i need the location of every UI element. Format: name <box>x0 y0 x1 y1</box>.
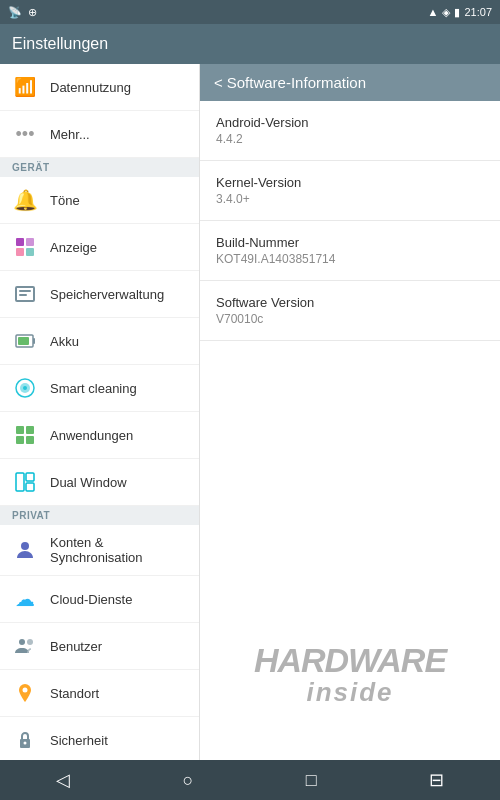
status-left-icons: 📡 ⊕ <box>8 6 37 19</box>
right-panel: < Software-Information Android-Version 4… <box>200 64 500 760</box>
sidebar-item-datennutzung[interactable]: 📶 Datennutzung <box>0 64 199 111</box>
sidebar-item-sicherheit[interactable]: Sicherheit <box>0 717 199 760</box>
action-bar: Einstellungen <box>0 24 500 64</box>
sidebar-item-cloud[interactable]: ☁ Cloud-Dienste <box>0 576 199 623</box>
software-version-value: V70010c <box>216 312 484 326</box>
sidebar-item-speicher[interactable]: Speicherverwaltung <box>0 271 199 318</box>
build-nummer-value: KOT49I.A1403851714 <box>216 252 484 266</box>
standort-icon <box>12 680 38 706</box>
wifi-icon: ⊕ <box>28 6 37 19</box>
svg-rect-13 <box>16 426 24 434</box>
sicherheit-label: Sicherheit <box>50 733 187 748</box>
svg-rect-2 <box>16 248 24 256</box>
svg-rect-8 <box>33 338 35 344</box>
benutzer-label: Benutzer <box>50 639 187 654</box>
cloud-icon: ☁ <box>12 586 38 612</box>
battery-icon: ▮ <box>454 6 460 19</box>
sidebar-item-benutzer[interactable]: Benutzer <box>0 623 199 670</box>
section-header-privat: PRIVAT <box>0 506 199 525</box>
svg-rect-19 <box>26 483 34 491</box>
antenna-icon: 📡 <box>8 6 22 19</box>
kernel-version-label: Kernel-Version <box>216 175 484 190</box>
svg-rect-15 <box>16 436 24 444</box>
anwendungen-label: Anwendungen <box>50 428 187 443</box>
svg-point-20 <box>21 542 29 550</box>
benutzer-icon <box>12 633 38 659</box>
android-version-label: Android-Version <box>216 115 484 130</box>
datennutzung-label: Datennutzung <box>50 80 187 95</box>
info-item-build: Build-Nummer KOT49I.A1403851714 <box>200 221 500 281</box>
dual-window-label: Dual Window <box>50 475 187 490</box>
sidebar-item-toene[interactable]: 🔔 Töne <box>0 177 199 224</box>
sidebar-item-dual-window[interactable]: Dual Window <box>0 459 199 506</box>
watermark-line1: hardware <box>254 643 446 677</box>
anwendungen-icon <box>12 422 38 448</box>
status-bar: 📡 ⊕ ▲ ◈ ▮ 21:07 <box>0 0 500 24</box>
svg-rect-5 <box>19 290 31 292</box>
svg-point-25 <box>24 742 27 745</box>
standort-label: Standort <box>50 686 187 701</box>
info-item-software: Software Version V70010c <box>200 281 500 341</box>
toene-label: Töne <box>50 193 187 208</box>
section-header-geraet: GERÄT <box>0 158 199 177</box>
sidebar-item-anzeige[interactable]: Anzeige <box>0 224 199 271</box>
anzeige-label: Anzeige <box>50 240 187 255</box>
build-nummer-label: Build-Nummer <box>216 235 484 250</box>
smart-cleaning-icon <box>12 375 38 401</box>
svg-rect-6 <box>19 294 27 296</box>
mehr-icon: ••• <box>12 121 38 147</box>
dual-window-icon <box>12 469 38 495</box>
kernel-version-value: 3.4.0+ <box>216 192 484 206</box>
anzeige-icon <box>12 234 38 260</box>
smart-cleaning-label: Smart cleaning <box>50 381 187 396</box>
svg-rect-1 <box>26 238 34 246</box>
svg-point-21 <box>19 639 25 645</box>
panel-back-button[interactable]: < <box>214 74 223 91</box>
speicher-icon <box>12 281 38 307</box>
svg-rect-3 <box>26 248 34 256</box>
mehr-label: Mehr... <box>50 127 187 142</box>
info-item-android: Android-Version 4.4.2 <box>200 101 500 161</box>
svg-rect-9 <box>18 337 29 345</box>
sidebar-item-anwendungen[interactable]: Anwendungen <box>0 412 199 459</box>
svg-rect-17 <box>16 473 24 491</box>
signal-icon: ▲ <box>428 6 439 18</box>
sidebar-item-konten[interactable]: Konten & Synchronisation <box>0 525 199 576</box>
konten-label: Konten & Synchronisation <box>50 535 187 565</box>
datennutzung-icon: 📶 <box>12 74 38 100</box>
sicherheit-icon <box>12 727 38 753</box>
akku-icon <box>12 328 38 354</box>
sidebar-item-mehr[interactable]: ••• Mehr... <box>0 111 199 158</box>
konten-icon <box>12 537 38 563</box>
nav-bar: ◁ ○ □ ⊟ <box>0 760 500 800</box>
svg-point-23 <box>23 688 28 693</box>
home-button[interactable]: ○ <box>162 762 213 799</box>
recent-button[interactable]: □ <box>286 762 337 799</box>
software-version-label: Software Version <box>216 295 484 310</box>
panel-title: Software-Information <box>227 74 366 91</box>
wifi-status-icon: ◈ <box>442 6 450 19</box>
cloud-label: Cloud-Dienste <box>50 592 187 607</box>
watermark-line2: inside <box>306 677 393 708</box>
speicher-label: Speicherverwaltung <box>50 287 187 302</box>
svg-point-12 <box>23 386 27 390</box>
sidebar-item-standort[interactable]: Standort <box>0 670 199 717</box>
svg-rect-16 <box>26 436 34 444</box>
menu-button[interactable]: ⊟ <box>409 761 464 799</box>
toene-icon: 🔔 <box>12 187 38 213</box>
panel-header: < Software-Information <box>200 64 500 101</box>
android-version-value: 4.4.2 <box>216 132 484 146</box>
svg-point-22 <box>27 639 33 645</box>
action-bar-title: Einstellungen <box>12 35 108 53</box>
main-content: 📶 Datennutzung ••• Mehr... GERÄT 🔔 Töne <box>0 64 500 760</box>
back-button[interactable]: ◁ <box>36 761 90 799</box>
svg-rect-0 <box>16 238 24 246</box>
svg-rect-18 <box>26 473 34 481</box>
sidebar-item-akku[interactable]: Akku <box>0 318 199 365</box>
info-item-kernel: Kernel-Version 3.4.0+ <box>200 161 500 221</box>
akku-label: Akku <box>50 334 187 349</box>
sidebar: 📶 Datennutzung ••• Mehr... GERÄT 🔔 Töne <box>0 64 200 760</box>
time-display: 21:07 <box>464 6 492 18</box>
sidebar-item-smart-cleaning[interactable]: Smart cleaning <box>0 365 199 412</box>
svg-rect-14 <box>26 426 34 434</box>
